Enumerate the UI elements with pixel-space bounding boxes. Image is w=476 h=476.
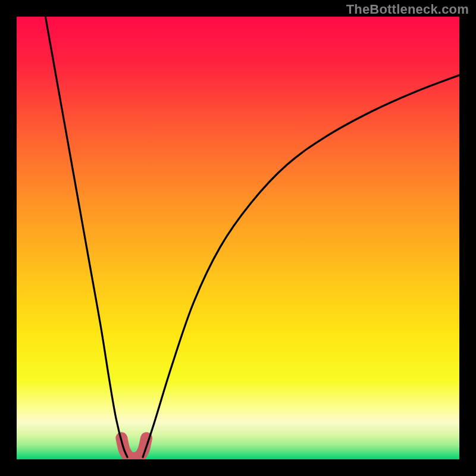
watermark-text: TheBottleneck.com xyxy=(346,2,469,17)
plot-frame xyxy=(17,17,459,459)
gradient-background xyxy=(17,17,459,459)
bottleneck-curve-plot xyxy=(17,17,459,459)
